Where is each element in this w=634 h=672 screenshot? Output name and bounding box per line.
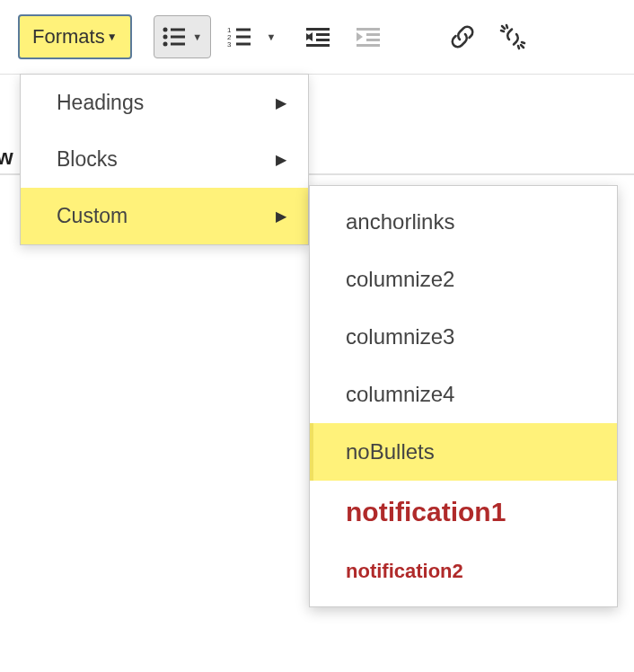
menu-item-custom[interactable]: Custom ▶ — [21, 188, 308, 244]
submenu-item-anchorlinks[interactable]: anchorlinks — [310, 193, 617, 251]
formats-label: Formats — [32, 25, 105, 49]
svg-rect-22 — [357, 44, 380, 47]
submenu-item-columnize3[interactable]: columnize3 — [310, 308, 617, 366]
svg-rect-7 — [236, 29, 251, 31]
submenu-item-label: columnize3 — [346, 324, 454, 349]
submenu-item-nobullets[interactable]: noBullets — [310, 423, 617, 481]
indent-button[interactable] — [348, 15, 391, 58]
toolbar: Formats ▼ ▼ 1 2 3 — [0, 0, 634, 75]
menu-item-blocks[interactable]: Blocks ▶ — [21, 131, 308, 188]
submenu-item-label: notification2 — [346, 560, 463, 582]
outdent-button[interactable] — [297, 15, 340, 58]
svg-point-2 — [163, 35, 168, 40]
custom-submenu: anchorlinks columnize2 columnize3 column… — [309, 185, 618, 607]
bullet-list-group: ▼ — [154, 15, 211, 58]
svg-rect-9 — [236, 36, 251, 39]
submenu-item-label: columnize2 — [346, 267, 454, 291]
menu-item-label: Headings — [57, 91, 144, 115]
submenu-item-notification1[interactable]: notification1 — [310, 481, 617, 544]
svg-rect-20 — [366, 33, 380, 36]
svg-line-26 — [501, 31, 504, 31]
caret-down-icon: ▼ — [192, 31, 202, 42]
chevron-right-icon: ▶ — [276, 208, 286, 225]
svg-rect-5 — [171, 43, 185, 46]
svg-rect-1 — [171, 29, 185, 31]
submenu-item-columnize4[interactable]: columnize4 — [310, 366, 617, 423]
caret-down-icon[interactable]: ▼ — [267, 31, 277, 42]
submenu-item-label: noBullets — [346, 439, 435, 464]
svg-line-28 — [522, 42, 524, 43]
unlink-button[interactable] — [491, 15, 534, 58]
svg-rect-18 — [357, 28, 380, 31]
numbered-list-group: 1 2 3 ▼ — [218, 15, 277, 58]
bullet-list-button[interactable]: ▼ — [154, 15, 211, 58]
svg-rect-15 — [316, 33, 330, 36]
svg-text:3: 3 — [227, 40, 232, 48]
svg-rect-12 — [306, 28, 330, 31]
menu-item-label: Custom — [57, 204, 128, 228]
submenu-item-label: notification1 — [346, 497, 506, 526]
svg-line-25 — [506, 25, 507, 28]
submenu-item-label: columnize4 — [346, 382, 454, 406]
svg-point-0 — [163, 28, 168, 32]
numbered-list-button[interactable]: 1 2 3 — [218, 15, 261, 58]
svg-marker-19 — [357, 32, 363, 41]
menu-item-headings[interactable]: Headings ▶ — [21, 75, 308, 131]
chevron-right-icon: ▶ — [276, 151, 286, 168]
formats-button[interactable]: Formats ▼ — [18, 14, 132, 59]
svg-line-23 — [502, 26, 505, 29]
content-text-fragment: w — [0, 145, 13, 170]
svg-line-27 — [518, 46, 519, 49]
svg-rect-3 — [171, 36, 185, 39]
svg-line-24 — [521, 45, 524, 48]
chevron-right-icon: ▶ — [276, 94, 286, 111]
svg-rect-11 — [236, 43, 251, 46]
svg-rect-21 — [366, 39, 380, 41]
submenu-item-notification2[interactable]: notification2 — [310, 544, 617, 599]
formats-dropdown: Headings ▶ Blocks ▶ Custom ▶ — [20, 74, 309, 245]
caret-down-icon: ▼ — [107, 31, 118, 43]
submenu-item-label: anchorlinks — [346, 209, 454, 234]
svg-rect-16 — [316, 39, 330, 41]
svg-marker-14 — [306, 32, 313, 41]
svg-point-4 — [163, 42, 168, 47]
link-button[interactable] — [441, 15, 484, 58]
submenu-item-columnize2[interactable]: columnize2 — [310, 251, 617, 308]
menu-item-label: Blocks — [57, 147, 118, 172]
svg-rect-17 — [306, 44, 330, 47]
